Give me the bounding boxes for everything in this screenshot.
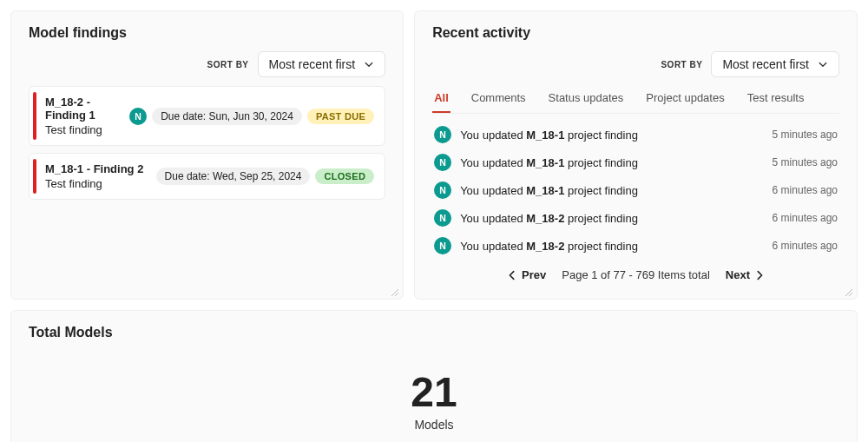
activity-text: You updated M_18-2 project finding [460,212,763,225]
findings-sort-value: Most recent first [269,57,356,71]
activity-tab[interactable]: Comments [470,86,528,113]
activity-item[interactable]: NYou updated M_18-2 project finding6 min… [432,204,839,232]
activity-tab[interactable]: Status updates [547,86,626,113]
avatar: N [434,209,451,227]
findings-sort-label: SORT BY [207,60,249,69]
avatar: N [434,126,451,143]
activity-text: You updated M_18-1 project finding [460,184,763,197]
total-models-title: Total Models [29,325,839,340]
finding-subtitle: Test finding [45,177,149,190]
activity-time: 5 minutes ago [773,129,838,141]
activity-time: 5 minutes ago [773,156,838,168]
pager-info: Page 1 of 77 - 769 Items total [562,268,710,281]
finding-item[interactable]: M_18-1 - Finding 2Test findingDue date: … [29,153,385,200]
activity-sort-value: Most recent first [722,57,809,71]
pager-next-label: Next [726,268,750,281]
activity-item[interactable]: NYou updated M_18-1 project finding5 min… [432,148,839,176]
avatar: N [434,181,451,199]
due-date-pill: Due date: Sun, Jun 30, 2024 [152,108,302,125]
status-badge: PAST DUE [307,109,374,124]
model-findings-title: Model findings [29,25,385,41]
activity-item[interactable]: NYou updated M_18-1 project finding6 min… [432,176,839,204]
activity-item[interactable]: NYou updated M_18-1 project finding5 min… [432,121,839,148]
finding-meta: Due date: Wed, Sep 25, 2024CLOSED [156,168,375,185]
avatar: N [129,108,147,125]
recent-activity-card: Recent activity SORT BY Most recent firs… [414,10,858,300]
total-models-body: 21 Models [29,351,839,442]
findings-sort-select[interactable]: Most recent first [258,51,386,77]
activity-text: You updated M_18-1 project finding [460,156,763,169]
activity-text: You updated M_18-1 project finding [460,129,763,142]
finding-title: M_18-2 - Finding 1 [45,96,122,122]
arrow-right-icon [753,269,766,281]
status-badge: CLOSED [315,168,374,184]
activity-time: 6 minutes ago [773,184,838,196]
activity-tab[interactable]: Test results [746,86,806,113]
pager-next-button[interactable]: Next [726,268,766,281]
finding-subtitle: Test finding [45,123,122,136]
card-resize-handle[interactable] [845,288,853,297]
activity-text: You updated M_18-2 project finding [460,240,763,253]
activity-time: 6 minutes ago [773,212,838,224]
activity-pager: Prev Page 1 of 77 - 769 Items total Next [432,260,839,281]
activity-item[interactable]: NYou updated M_18-2 project finding6 min… [432,232,839,260]
arrow-left-icon [506,269,518,281]
avatar: N [434,154,451,171]
finding-body: M_18-2 - Finding 1Test finding [40,96,122,136]
activity-sort-select[interactable]: Most recent first [711,51,839,77]
total-models-label: Models [29,418,839,432]
activity-tab[interactable]: Project updates [644,86,726,113]
finding-item[interactable]: M_18-2 - Finding 1Test findingNDue date:… [29,86,385,146]
findings-sort-row: SORT BY Most recent first [29,51,385,77]
recent-activity-title: Recent activity [432,25,839,41]
activity-tabs: AllCommentsStatus updatesProject updates… [432,86,839,114]
total-models-value: 21 [29,368,839,416]
chevron-down-icon [364,59,374,69]
activity-list: NYou updated M_18-1 project finding5 min… [432,121,839,260]
finding-meta: NDue date: Sun, Jun 30, 2024PAST DUE [129,108,374,125]
activity-time: 6 minutes ago [773,240,838,252]
pager-prev-label: Prev [522,268,546,281]
pager-prev-button[interactable]: Prev [506,268,546,281]
activity-tab[interactable]: All [432,86,450,113]
activity-sort-label: SORT BY [661,60,702,69]
due-date-pill: Due date: Wed, Sep 25, 2024 [156,168,311,185]
activity-sort-row: SORT BY Most recent first [432,51,839,77]
total-models-card: Total Models 21 Models [10,310,858,442]
model-findings-card: Model findings SORT BY Most recent first… [10,10,404,300]
finding-title: M_18-1 - Finding 2 [45,162,149,175]
finding-body: M_18-1 - Finding 2Test finding [40,162,149,190]
findings-list: M_18-2 - Finding 1Test findingNDue date:… [29,86,385,200]
chevron-down-icon [818,59,828,69]
avatar: N [434,237,451,254]
card-resize-handle[interactable] [391,288,399,297]
